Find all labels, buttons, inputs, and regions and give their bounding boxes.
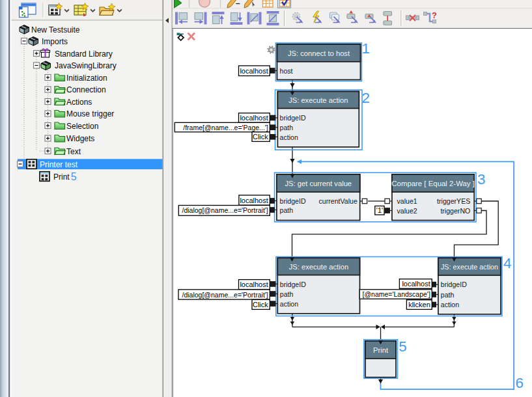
svg-text:JS: execute action: JS: execute action xyxy=(288,96,348,104)
svg-text:Connection: Connection xyxy=(66,85,106,94)
svg-text:action: action xyxy=(280,133,298,141)
svg-text:bridgeID: bridgeID xyxy=(280,197,306,205)
svg-text:Compare [ Equal 2-Way ]: Compare [ Equal 2-Way ] xyxy=(391,180,474,187)
svg-text:localhost: localhost xyxy=(402,280,430,288)
svg-text:?: ? xyxy=(432,10,437,20)
svg-text:bridgeID: bridgeID xyxy=(280,281,306,288)
svg-text:Widgets: Widgets xyxy=(66,134,94,143)
svg-text:klicken: klicken xyxy=(408,301,430,308)
svg-text:Mouse trigger: Mouse trigger xyxy=(66,109,114,118)
svg-text:localhost: localhost xyxy=(240,197,268,204)
svg-text:4: 4 xyxy=(503,255,512,271)
svg-text:Click: Click xyxy=(253,133,268,141)
svg-text:Click: Click xyxy=(253,301,268,308)
svg-text:–: – xyxy=(236,0,240,8)
svg-text:Text: Text xyxy=(66,147,81,156)
svg-text:Initialization: Initialization xyxy=(66,74,107,83)
svg-text:action: action xyxy=(441,301,459,308)
svg-text:JS: connect to host: JS: connect to host xyxy=(288,49,350,57)
svg-text:JavaSwingLibrary: JavaSwingLibrary xyxy=(55,61,117,70)
svg-text:1: 1 xyxy=(362,40,371,57)
svg-text:JS: get current value: JS: get current value xyxy=(285,180,352,187)
svg-text:bridgeID: bridgeID xyxy=(441,281,467,288)
svg-text:bridgeID: bridgeID xyxy=(280,114,306,122)
svg-text:JS: execute action: JS: execute action xyxy=(441,263,498,271)
svg-text:value1: value1 xyxy=(397,197,417,205)
svg-text:[@name='Landscape']: [@name='Landscape'] xyxy=(363,290,430,298)
svg-text:6: 6 xyxy=(516,375,524,391)
svg-text:Print: Print xyxy=(373,346,389,354)
svg-text:/frame[@name...e='Page...']: /frame[@name...e='Page...'] xyxy=(183,124,268,131)
svg-text:path: path xyxy=(280,290,294,298)
svg-text:Actions: Actions xyxy=(66,98,92,107)
svg-text:/dialog[@name...e='Portrait']: /dialog[@name...e='Portrait'] xyxy=(182,206,268,214)
svg-text:path: path xyxy=(280,206,294,214)
svg-text:Printer test: Printer test xyxy=(40,160,78,169)
svg-text:Imports: Imports xyxy=(42,37,68,46)
svg-text:Standard Library: Standard Library xyxy=(55,49,113,59)
svg-text:action: action xyxy=(280,300,298,308)
svg-text:localhost: localhost xyxy=(240,67,268,75)
svg-text:2: 2 xyxy=(362,90,371,106)
svg-text:host: host xyxy=(280,67,293,75)
svg-text:5: 5 xyxy=(399,338,407,355)
svg-text:localhost: localhost xyxy=(240,281,268,288)
svg-text:3: 3 xyxy=(477,171,486,187)
svg-text:path: path xyxy=(441,291,455,299)
svg-text:value2: value2 xyxy=(397,207,417,215)
svg-text:JS: execute action: JS: execute action xyxy=(289,263,348,271)
svg-text:localhost: localhost xyxy=(240,114,268,122)
svg-text:/dialog[@name...e='Portrait']: /dialog[@name...e='Portrait'] xyxy=(182,291,268,299)
svg-text:currentValue: currentValue xyxy=(319,197,357,205)
svg-text:5: 5 xyxy=(71,171,77,182)
svg-text:triggerNO: triggerNO xyxy=(440,207,470,215)
svg-text:path: path xyxy=(280,124,294,131)
svg-text:New Testsuite: New Testsuite xyxy=(31,25,80,34)
svg-text:triggerYES: triggerYES xyxy=(437,197,470,205)
svg-text:Print: Print xyxy=(53,172,70,182)
svg-text:'1': '1' xyxy=(376,206,383,214)
svg-text:Selection: Selection xyxy=(66,122,98,131)
